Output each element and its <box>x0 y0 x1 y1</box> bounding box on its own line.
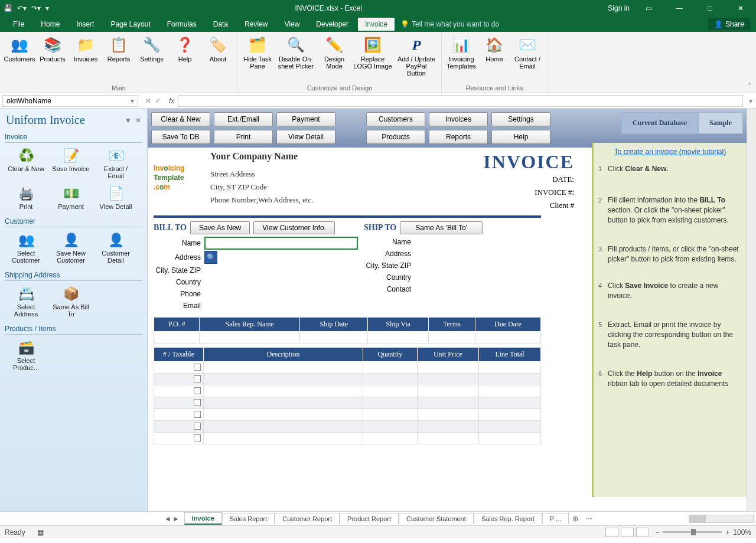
tab-formulas[interactable]: Formulas <box>160 18 204 31</box>
ribbon-disable-picker[interactable]: 🔍Disable On-sheet Picker <box>275 34 317 83</box>
tab-developer[interactable]: Developer <box>309 18 356 31</box>
ribbon-about[interactable]: 🏷️About <box>202 34 234 83</box>
sheet-tab-salesrep[interactable]: Sales Rep. Report <box>474 513 542 524</box>
tab-current-database[interactable]: Current Database <box>621 112 698 134</box>
add-sheet-icon[interactable]: ⊕ <box>569 515 582 523</box>
bill-name-input[interactable] <box>204 237 358 250</box>
tab-home[interactable]: Home <box>34 18 67 31</box>
btn-print[interactable]: Print <box>214 130 273 144</box>
checkbox[interactable] <box>194 364 201 371</box>
table-row[interactable] <box>154 374 541 385</box>
btn-view-customer[interactable]: View Customer Info. <box>253 221 335 234</box>
view-page-layout-icon[interactable] <box>621 528 634 537</box>
zoom-level[interactable]: 100% <box>733 528 751 537</box>
table-row[interactable] <box>154 433 541 444</box>
tp-same-as-billto[interactable]: 📦Same As Bill To <box>50 283 92 319</box>
ship-country-input[interactable] <box>415 272 541 283</box>
tp-extract-email[interactable]: 📧Extract / Email <box>94 145 137 181</box>
btn-view-detail[interactable]: View Detail <box>276 130 335 144</box>
btn-customers[interactable]: Customers <box>366 112 425 126</box>
ribbon-hide-task-pane[interactable]: 🗂️Hide Task Pane <box>242 34 273 83</box>
tab-sample[interactable]: Sample <box>698 112 743 134</box>
ribbon-customers[interactable]: 👥Customers <box>4 34 35 83</box>
zoom-in-icon[interactable]: + <box>725 528 729 537</box>
sheet-tab-product[interactable]: Product Report <box>340 513 399 524</box>
ribbon-display-icon[interactable]: ▭ <box>637 4 660 12</box>
checkbox[interactable] <box>194 387 201 394</box>
sheet-tab-p[interactable]: P ... <box>542 513 569 524</box>
close-icon[interactable]: ✕ <box>729 4 752 12</box>
table-row[interactable] <box>154 397 541 409</box>
macro-icon[interactable]: ▦ <box>37 528 44 537</box>
enter-formula-icon[interactable]: ✓ <box>155 97 161 105</box>
btn-payment[interactable]: Payment <box>276 112 335 126</box>
sheet-tab-statement[interactable]: Customer Statement <box>399 513 474 524</box>
checkbox[interactable] <box>194 423 201 430</box>
table-row[interactable] <box>154 409 541 421</box>
sheet-tab-invoice[interactable]: Invoice <box>184 512 222 525</box>
tab-view[interactable]: View <box>278 18 307 31</box>
btn-save-to-db[interactable]: Save To DB <box>151 130 210 144</box>
collapse-ribbon-icon[interactable]: ˄ <box>748 82 751 90</box>
cancel-formula-icon[interactable]: ✕ <box>145 97 151 105</box>
checkbox[interactable] <box>194 434 201 441</box>
bill-phone-input[interactable] <box>204 289 358 299</box>
table-row[interactable] <box>154 362 541 374</box>
btn-products[interactable]: Products <box>366 130 425 144</box>
ribbon-paypal[interactable]: PAdd / Update PayPal Button <box>395 34 438 83</box>
btn-save-as-new[interactable]: Save As New <box>190 221 250 234</box>
tp-save-invoice[interactable]: 📝Save Invoice <box>50 145 92 181</box>
tp-select-product[interactable]: 🗃️Select Produc... <box>5 337 47 372</box>
tp-view-detail[interactable]: 📄View Detail <box>94 183 137 211</box>
undo-icon[interactable]: ↶▾ <box>17 4 27 12</box>
checkbox[interactable] <box>194 399 201 406</box>
tab-page-layout[interactable]: Page Layout <box>103 18 157 31</box>
ship-address-input[interactable] <box>415 248 541 259</box>
tab-insert[interactable]: Insert <box>69 18 101 31</box>
expand-formula-icon[interactable]: ▾ <box>745 97 756 105</box>
save-icon[interactable]: 💾 <box>4 4 12 12</box>
table-row[interactable] <box>154 385 541 397</box>
share-button[interactable]: 👤Share <box>708 18 750 30</box>
view-page-break-icon[interactable] <box>636 528 649 537</box>
zoom-out-icon[interactable]: − <box>655 528 659 537</box>
sign-in[interactable]: Sign in <box>608 4 630 12</box>
lookup-icon[interactable]: 🔍 <box>204 251 217 264</box>
ribbon-help[interactable]: ❓Help <box>169 34 201 83</box>
checkbox[interactable] <box>194 375 201 382</box>
tab-data[interactable]: Data <box>206 18 235 31</box>
sheet-tab-sales[interactable]: Sales Report <box>222 513 275 524</box>
btn-settings[interactable]: Settings <box>491 112 550 126</box>
tp-payment[interactable]: 💵Payment <box>50 183 92 211</box>
tell-me[interactable]: 💡Tell me what you want to do <box>400 20 499 28</box>
tp-save-new-customer[interactable]: 👤Save New Customer <box>50 230 92 265</box>
btn-clear-new[interactable]: Clear & New <box>151 112 210 126</box>
minimize-icon[interactable]: — <box>667 4 691 12</box>
chevron-down-icon[interactable]: ▾ <box>131 97 134 105</box>
task-pane-close-icon[interactable]: ✕ <box>135 116 141 125</box>
company-address[interactable]: Street Address <box>210 168 456 181</box>
btn-ext-email[interactable]: Ext./Email <box>214 112 273 126</box>
tab-invoice[interactable]: Invoice <box>358 18 395 31</box>
ship-contact-input[interactable] <box>415 284 541 295</box>
table-row[interactable] <box>154 421 541 433</box>
redo-icon[interactable]: ↷▾ <box>31 4 41 12</box>
ship-name-input[interactable] <box>415 237 541 247</box>
ribbon-settings[interactable]: 🔧Settings <box>136 34 168 83</box>
task-pane-menu-icon[interactable]: ▼ <box>125 116 132 125</box>
company-city[interactable]: City, ST ZIP Code <box>210 181 456 194</box>
tp-clear-new[interactable]: ♻️Clear & New <box>5 145 47 181</box>
btn-help[interactable]: Help <box>491 130 550 144</box>
sheet-nav-next-icon[interactable]: ► <box>172 515 180 523</box>
btn-same-as-billto[interactable]: Same As 'Bill To' <box>400 221 483 234</box>
view-normal-icon[interactable] <box>605 528 618 537</box>
company-phone[interactable]: Phone Number,Web Address, etc. <box>210 194 456 207</box>
formula-input[interactable] <box>178 95 743 107</box>
tp-select-customer[interactable]: 👥Select Customer <box>5 230 47 265</box>
ribbon-contact[interactable]: ✉️Contact / Email <box>511 34 543 83</box>
ship-csz-input[interactable] <box>415 260 541 271</box>
ribbon-design-mode[interactable]: ✏️Design Mode <box>318 34 350 83</box>
tp-select-address[interactable]: 📇Select Address <box>5 283 47 319</box>
name-box[interactable]: oknWhoName▾ <box>2 95 138 107</box>
ribbon-replace-logo[interactable]: 🖼️Replace LOGO Image <box>351 34 394 83</box>
